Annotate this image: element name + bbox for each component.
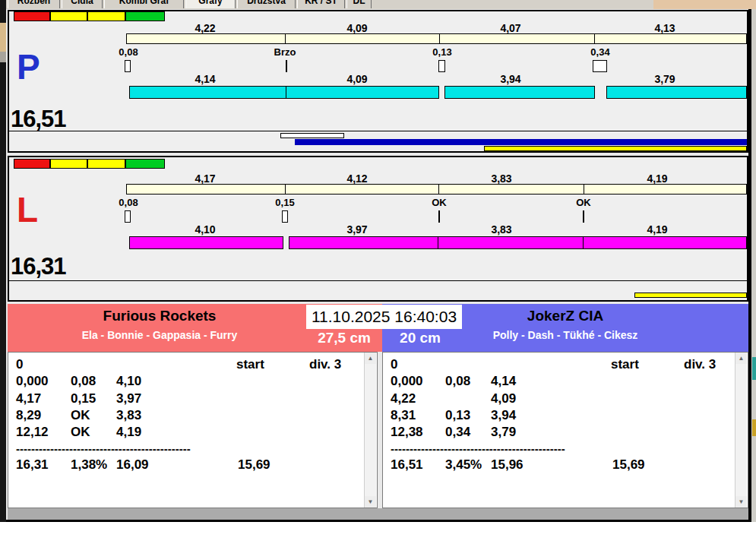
scroll-down-icon[interactable]: ▼ [735, 496, 747, 508]
l-leg-bar-2 [289, 236, 438, 249]
p-exchange-4-label: 0,34 [590, 46, 609, 58]
exchange-marker-tick [286, 60, 287, 72]
table-cell: 12,38 [391, 425, 423, 440]
p-leg-bar-2 [286, 86, 439, 99]
exchange-marker [125, 60, 131, 72]
total-best: 15,69 [612, 457, 645, 473]
l-leg-4-label: 4,19 [647, 223, 667, 236]
table-cell: 4,17 [16, 391, 41, 406]
table-cell: 3,83 [116, 408, 141, 423]
status-swatch-red [14, 159, 50, 169]
total-percent: 3,45% [445, 457, 482, 473]
tab-kr-st-label: KR / ST [298, 0, 344, 6]
table-cell: 0,000 [391, 374, 423, 389]
p-split-2-label: 4,09 [346, 22, 367, 34]
scroll-up-icon[interactable]: ▲ [735, 353, 747, 364]
p-split-1-label: 4,22 [195, 22, 215, 34]
scroll-down-icon[interactable]: ▼ [365, 496, 376, 508]
scroll-up-icon[interactable]: ▲ [365, 353, 376, 364]
table-cell: 0,13 [445, 408, 470, 423]
exchange-marker-tick [438, 210, 440, 223]
table-separator: ----------------------------------------… [391, 442, 565, 455]
table-cell: 4,09 [491, 391, 516, 406]
table-cell: 0,34 [445, 425, 470, 440]
background-window-accent [0, 23, 6, 52]
l-exchange-2-label: 0,15 [275, 197, 294, 208]
table-cell: OK [71, 408, 90, 423]
team-left-name: Furious Rockets [8, 308, 312, 324]
tab-kr-st[interactable]: KR / ST [297, 0, 345, 8]
table-cell: 4,19 [116, 425, 141, 440]
scrollbar[interactable]: ▲ ▼ [364, 353, 376, 508]
run-id: 0 [391, 357, 397, 372]
status-swatch-yellow-1 [50, 159, 87, 169]
p-progress-bar-blue [295, 139, 747, 145]
p-leg-4-label: 3,79 [654, 73, 675, 85]
lane-panel-l: 4,17 4,12 3,83 4,19 0,08 0,15 OK OK 4,10… [8, 156, 748, 302]
p-split-bar [126, 33, 747, 44]
status-swatch-yellow-1 [50, 11, 87, 21]
p-exchange-3-label: 0,13 [432, 46, 451, 58]
total-time: 16,51 [391, 457, 423, 473]
tab-grafy-label: Grafy [186, 0, 235, 6]
lane-p-letter: P [17, 51, 40, 83]
table-cell: OK [71, 425, 90, 440]
p-leg-bar-4 [606, 86, 747, 99]
window-bottom-strip [8, 508, 748, 520]
lane-panel-p: 4,22 4,09 4,07 4,13 0,08 Brzo 0,13 0,34 … [8, 10, 748, 153]
panel-divider [9, 280, 747, 281]
exchange-marker [438, 60, 445, 72]
start-label: start [611, 357, 639, 372]
table-cell: 0,08 [71, 374, 96, 389]
panel-divider [9, 131, 747, 131]
p-exchange-1-label: 0,08 [119, 46, 138, 58]
bar-divider [438, 184, 439, 195]
l-split-2-label: 4,12 [346, 172, 367, 185]
table-cell: 3,97 [116, 391, 141, 406]
p-progress-bar-white [280, 133, 344, 138]
p-split-3-label: 4,07 [500, 22, 520, 34]
l-leg-bar-4 [583, 236, 747, 249]
start-label: start [236, 357, 264, 372]
total-net: 16,09 [116, 457, 149, 473]
tab-kombi-graf[interactable]: Kombi Graf [104, 0, 184, 8]
total-best: 15,69 [238, 457, 270, 473]
total-time: 16,31 [16, 457, 49, 473]
tab-rozbeh[interactable]: Rozbeh [8, 0, 60, 8]
tab-kombi-graf-label: Kombi Graf [105, 0, 183, 6]
tab-grafy[interactable]: Grafy [185, 0, 236, 8]
status-swatch-yellow-2 [87, 11, 125, 21]
exchange-marker-tick [583, 210, 584, 223]
status-swatch-yellow-2 [87, 159, 125, 169]
p-progress-bar-yellow [484, 146, 747, 151]
l-leg-bar-1 [129, 236, 283, 249]
l-split-bar [126, 184, 747, 195]
desktop-edge [751, 9, 756, 522]
exchange-marker [282, 210, 288, 223]
lane-p-total-time: 16,51 [11, 106, 66, 133]
tab-druzstva[interactable]: Družstvá [237, 0, 296, 8]
l-leg-1-label: 4,10 [195, 223, 215, 236]
datetime-display: 11.10.2025 16:40:03 [306, 305, 462, 329]
p-exchange-2-label: Brzo [274, 46, 296, 58]
results-table-left[interactable]: 0 start div. 3 0,000 0,08 4,10 4,17 0,15… [8, 352, 378, 508]
table-cell: 4,10 [116, 374, 141, 389]
table-cell: 8,29 [16, 408, 41, 423]
run-id: 0 [16, 357, 23, 372]
results-table-right[interactable]: 0 start div. 3 0,000 0,08 4,14 4,22 4,09… [382, 352, 748, 508]
tab-cidla[interactable]: Cidla [62, 0, 103, 8]
table-cell: 4,22 [391, 391, 416, 406]
table-cell: 0,000 [16, 374, 49, 389]
team-left-members: Ela - Bonnie - Gappasia - Furry [8, 329, 312, 341]
desktop-icon-fragment [752, 357, 756, 380]
l-exchange-4-label: OK [576, 197, 591, 208]
status-swatch-red [14, 11, 50, 21]
exchange-marker [593, 60, 607, 72]
tab-dl[interactable]: DL [346, 0, 372, 8]
scrollbar[interactable]: ▲ ▼ [735, 353, 747, 508]
p-split-4-label: 4,13 [654, 22, 675, 34]
background-titlebar [653, 0, 756, 9]
lane-l-letter: L [17, 194, 38, 226]
p-leg-bar-3 [444, 86, 595, 99]
total-percent: 1,38% [71, 457, 107, 473]
